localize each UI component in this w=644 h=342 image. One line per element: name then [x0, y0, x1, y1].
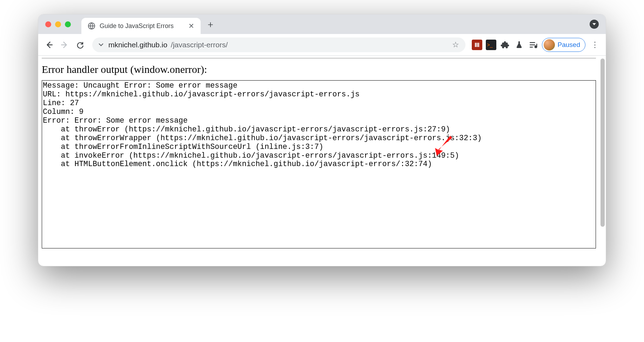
- vertical-scrollbar[interactable]: [599, 56, 606, 266]
- extension-icon-2[interactable]: >_: [486, 40, 496, 50]
- browser-tab[interactable]: Guide to JavaScript Errors ✕: [81, 18, 201, 34]
- viewport: Error handler output (window.onerror): M…: [38, 56, 606, 266]
- site-info-button[interactable]: [99, 43, 103, 47]
- new-tab-button[interactable]: ＋: [204, 18, 217, 30]
- address-bar[interactable]: mknichel.github.io/javascript-errors/ ☆: [92, 37, 465, 52]
- browser-menu-button[interactable]: ⋮: [589, 40, 601, 49]
- url-host: mknichel.github.io: [108, 41, 167, 49]
- tab-close-button[interactable]: ✕: [188, 22, 194, 29]
- browser-toolbar: mknichel.github.io/javascript-errors/ ☆ …: [38, 34, 606, 56]
- page-content: Error handler output (window.onerror): M…: [38, 56, 599, 266]
- tab-search-button[interactable]: [590, 20, 599, 29]
- reload-button[interactable]: [74, 39, 86, 51]
- avatar: [544, 39, 555, 50]
- browser-window: Guide to JavaScript Errors ✕ ＋: [38, 14, 606, 266]
- forward-button[interactable]: [59, 39, 71, 51]
- labs-icon[interactable]: [514, 40, 524, 50]
- extensions-menu-icon[interactable]: [500, 40, 510, 50]
- error-output-box: Message: Uncaught Error: Some error mess…: [42, 80, 596, 248]
- window-minimize-button[interactable]: [55, 21, 61, 27]
- svg-rect-3: [478, 43, 479, 47]
- window-controls: [45, 21, 71, 27]
- globe-icon: [88, 22, 95, 30]
- extension-icon-1[interactable]: [472, 40, 482, 50]
- svg-rect-2: [476, 43, 477, 47]
- url-path: /javascript-errors/: [171, 41, 228, 49]
- svg-rect-1: [475, 43, 476, 47]
- window-close-button[interactable]: [45, 21, 51, 27]
- scrollbar-thumb[interactable]: [601, 59, 605, 227]
- profile-status: Paused: [558, 41, 580, 49]
- profile-chip[interactable]: Paused: [542, 38, 585, 52]
- tab-strip: Guide to JavaScript Errors ✕ ＋: [38, 14, 606, 34]
- tab-title: Guide to JavaScript Errors: [100, 22, 174, 30]
- bookmark-star-icon[interactable]: ☆: [452, 40, 459, 49]
- media-control-icon[interactable]: [528, 40, 538, 50]
- window-zoom-button[interactable]: [65, 21, 71, 27]
- back-button[interactable]: [43, 39, 55, 51]
- divider: [42, 58, 596, 59]
- page-heading: Error handler output (window.onerror):: [42, 63, 596, 75]
